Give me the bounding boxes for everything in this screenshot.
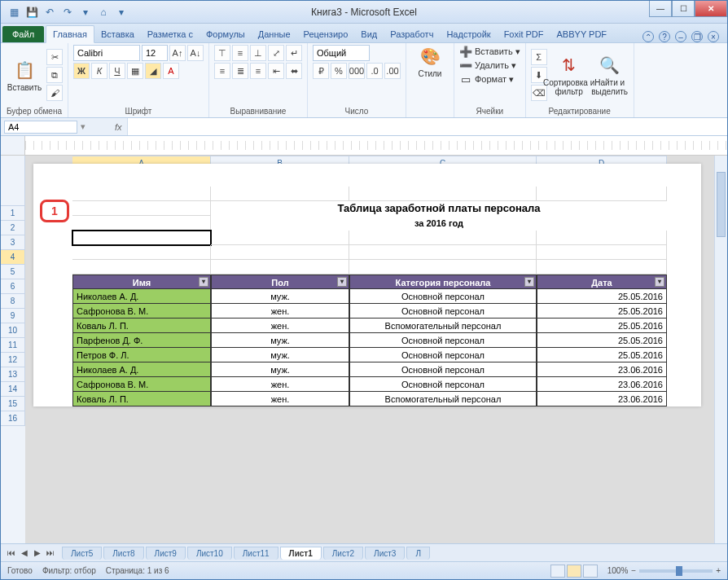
grow-font-icon[interactable]: A↑ xyxy=(169,45,186,61)
tab-nav-last-icon[interactable]: ⏭ xyxy=(45,548,56,557)
cell-date[interactable]: 25.05.2016 xyxy=(537,333,667,348)
cell-gender[interactable]: жен. xyxy=(211,304,349,319)
sheet-tab[interactable]: Лист11 xyxy=(234,547,278,560)
currency-icon[interactable]: ₽ xyxy=(313,63,329,79)
font-size-select[interactable]: 12 xyxy=(142,45,168,61)
table-row[interactable]: Парфенов Д. Ф.муж.Основной персонал25.05… xyxy=(72,333,701,348)
cell-category[interactable]: Вспомогательный персонал xyxy=(349,319,537,333)
table-row[interactable]: Сафронова В. М.жен.Основной персонал23.0… xyxy=(72,377,701,392)
sort-filter-button[interactable]: ⇅ Сортировка и фильтр xyxy=(550,45,588,105)
align-right-icon[interactable]: ≡ xyxy=(250,63,266,79)
number-format-select[interactable]: Общий xyxy=(313,45,370,61)
page-break-view-button[interactable] xyxy=(583,565,598,578)
tab-view[interactable]: Вид xyxy=(354,26,384,42)
name-box[interactable]: A4 xyxy=(4,121,77,134)
underline-button[interactable]: Ч xyxy=(109,63,125,79)
zoom-out-button[interactable]: − xyxy=(631,566,636,575)
cell-category[interactable]: Основной персонал xyxy=(349,362,537,377)
cell-date[interactable]: 25.05.2016 xyxy=(537,304,667,319)
minimize-ribbon-icon[interactable]: ⌃ xyxy=(642,31,654,42)
qat-icon[interactable]: ⌂ xyxy=(97,6,110,19)
tab-addins[interactable]: Надстройк xyxy=(440,26,497,42)
align-top-icon[interactable]: ⊤ xyxy=(214,45,230,61)
row-header[interactable]: 5 xyxy=(1,265,25,279)
table-row[interactable]: Николаев А. Д.муж.Основной персонал25.05… xyxy=(72,289,701,304)
row-header[interactable]: 13 xyxy=(1,367,25,382)
normal-view-button[interactable] xyxy=(550,565,565,578)
qat-customize-icon[interactable]: ▾ xyxy=(115,6,128,19)
table-row[interactable]: Петров Ф. Л.муж.Основной персонал25.05.2… xyxy=(72,348,701,362)
cell-category[interactable]: Основной персонал xyxy=(349,377,537,392)
row-header[interactable]: 14 xyxy=(1,382,25,397)
sheet-tab[interactable]: Лист3 xyxy=(365,547,405,560)
paste-button[interactable]: 📋 Вставить xyxy=(6,45,43,105)
align-center-icon[interactable]: ≣ xyxy=(232,63,248,79)
tab-insert[interactable]: Вставка xyxy=(94,26,141,42)
help-icon[interactable]: ? xyxy=(659,31,670,42)
cell-name[interactable]: Коваль Л. П. xyxy=(72,319,211,333)
table-row[interactable]: Коваль Л. П.жен.Вспомогательный персонал… xyxy=(72,319,701,333)
tab-data[interactable]: Данные xyxy=(252,26,297,42)
font-name-select[interactable]: Calibri xyxy=(73,45,140,61)
doc-minimize-icon[interactable]: – xyxy=(675,31,686,42)
orientation-icon[interactable]: ⤢ xyxy=(268,45,284,61)
table-row[interactable]: Коваль Л. П.жен.Вспомогательный персонал… xyxy=(72,392,701,406)
cell-date[interactable]: 25.05.2016 xyxy=(537,319,667,333)
undo-icon[interactable]: ↶ xyxy=(43,6,56,19)
minimize-button[interactable]: — xyxy=(649,1,672,17)
cell-name[interactable]: Сафронова В. М. xyxy=(72,377,211,392)
table-row[interactable]: Николаев А. Д.муж.Основной персонал23.06… xyxy=(72,362,701,377)
tab-formulas[interactable]: Формулы xyxy=(200,26,252,42)
row-header[interactable]: 16 xyxy=(1,411,25,426)
page-layout-view-button[interactable] xyxy=(567,565,581,578)
row-header[interactable]: 8 xyxy=(1,294,25,309)
row-header[interactable]: 1 xyxy=(1,206,25,221)
cut-icon[interactable]: ✂ xyxy=(46,49,63,65)
filter-dropdown-icon[interactable]: ▾ xyxy=(655,277,664,287)
doc-close-icon[interactable]: × xyxy=(708,31,719,42)
cell-name[interactable]: Сафронова В. М. xyxy=(72,304,211,319)
row-header[interactable]: 10 xyxy=(1,323,25,338)
cell-gender[interactable]: жен. xyxy=(211,319,349,333)
cell-date[interactable]: 23.06.2016 xyxy=(537,377,667,392)
autosum-icon[interactable]: Σ xyxy=(531,49,547,65)
tab-abbyy[interactable]: ABBYY PDF xyxy=(550,26,614,42)
zoom-in-button[interactable]: + xyxy=(716,566,721,575)
cell-category[interactable]: Основной персонал xyxy=(349,348,537,362)
tab-nav-first-icon[interactable]: ⏮ xyxy=(6,548,17,557)
sheet-tab[interactable]: Лист5 xyxy=(62,547,102,560)
cell-category[interactable]: Вспомогательный персонал xyxy=(349,392,537,406)
fill-color-button[interactable]: ◢ xyxy=(145,63,161,79)
tab-review[interactable]: Рецензиро xyxy=(297,26,355,42)
styles-button[interactable]: 🎨 Стили xyxy=(411,45,449,78)
row-header[interactable]: 11 xyxy=(1,338,25,353)
find-select-button[interactable]: 🔍 Найти и выделить xyxy=(591,45,629,105)
format-cells-button[interactable]: ▭Формат ▾ xyxy=(459,72,520,86)
selected-cell[interactable] xyxy=(72,231,211,245)
cell-date[interactable]: 25.05.2016 xyxy=(537,289,667,304)
sheet-tab[interactable]: Лист9 xyxy=(146,547,186,560)
cell-category[interactable]: Основной персонал xyxy=(349,333,537,348)
cell-name[interactable]: Петров Ф. Л. xyxy=(72,348,211,362)
cell-date[interactable]: 25.05.2016 xyxy=(537,348,667,362)
cell-name[interactable]: Парфенов Д. Ф. xyxy=(72,333,211,348)
sheet-tab[interactable]: Лист10 xyxy=(187,547,232,560)
sheet-tab[interactable]: Лист2 xyxy=(323,547,363,560)
dec-decimal-icon[interactable]: .00 xyxy=(384,63,401,79)
delete-cells-button[interactable]: ➖Удалить ▾ xyxy=(459,59,520,72)
sheet-tab[interactable]: Лист8 xyxy=(103,547,143,560)
cell-gender[interactable]: жен. xyxy=(211,392,349,406)
insert-cells-button[interactable]: ➕Вставить ▾ xyxy=(459,45,520,58)
align-left-icon[interactable]: ≡ xyxy=(214,63,230,79)
align-middle-icon[interactable]: ≡ xyxy=(232,45,248,61)
doc-restore-icon[interactable]: ❐ xyxy=(691,31,703,42)
filter-dropdown-icon[interactable]: ▾ xyxy=(199,277,208,287)
row-header[interactable]: 12 xyxy=(1,353,25,367)
filter-dropdown-icon[interactable]: ▾ xyxy=(524,277,534,287)
row-header[interactable]: 4 xyxy=(1,250,25,265)
tab-home[interactable]: Главная xyxy=(46,25,94,43)
percent-icon[interactable]: % xyxy=(331,63,347,79)
cell-gender[interactable]: муж. xyxy=(211,289,349,304)
zoom-slider[interactable] xyxy=(639,569,713,573)
wrap-text-icon[interactable]: ↵ xyxy=(286,45,302,61)
